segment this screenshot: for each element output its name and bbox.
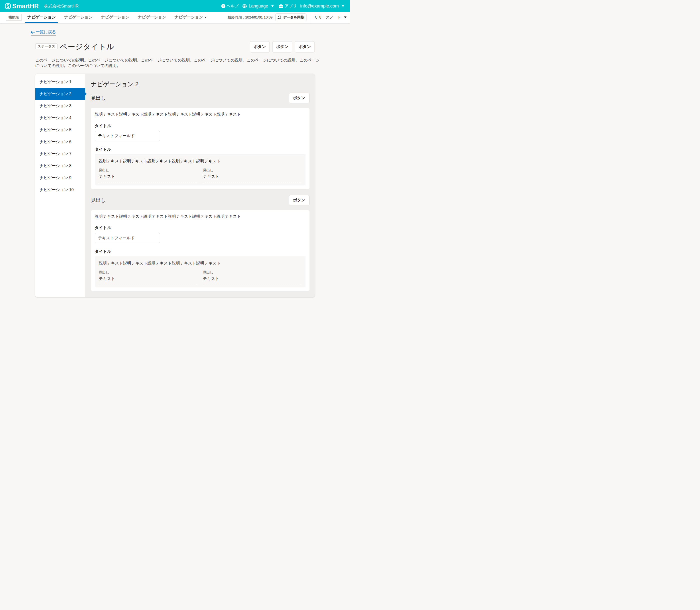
svg-text:?: ? (222, 4, 224, 7)
